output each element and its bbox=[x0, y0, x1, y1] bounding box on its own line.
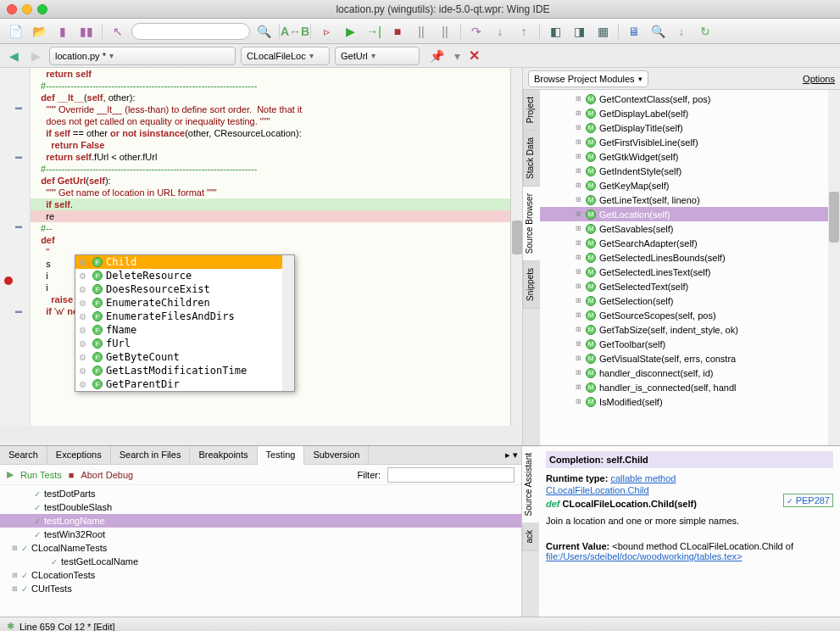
vtab-stack-data[interactable]: Stack Data bbox=[523, 131, 540, 187]
tabs-overflow-icon[interactable]: ▸ ▾ bbox=[502, 446, 521, 464]
autocomplete-item[interactable]: ⚙FGetParentDir bbox=[75, 377, 294, 391]
bp2-icon[interactable]: ◨ bbox=[569, 22, 589, 41]
sync-icon[interactable]: ↻ bbox=[695, 22, 715, 41]
autocomplete-item[interactable]: ⚙FEnumerateChildren bbox=[75, 296, 294, 310]
autocomplete-item[interactable]: ⚙FDoesResourceExist bbox=[75, 282, 294, 296]
autocomplete-scrollbar[interactable] bbox=[282, 255, 294, 391]
tree-item[interactable]: ⊞MGetLineText(self, lineno) bbox=[540, 193, 840, 207]
fold-marker[interactable]: ▬ bbox=[15, 153, 24, 161]
close-window-button[interactable] bbox=[7, 4, 17, 14]
vtab-project[interactable]: Project bbox=[523, 90, 540, 131]
fold-marker[interactable]: ▬ bbox=[15, 103, 24, 112]
run-tests-icon[interactable]: ▶ bbox=[7, 469, 14, 480]
tree-item[interactable]: ⊞MGetSavables(self) bbox=[540, 221, 840, 236]
test-item[interactable]: ⊞✓CLocalNameTests bbox=[0, 541, 521, 555]
autocomplete-item[interactable]: ⚙FEnumerateFilesAndDirs bbox=[75, 310, 294, 323]
tree-item[interactable]: ⊞Mhandler_is_connected(self, handl bbox=[540, 380, 840, 394]
autocomplete-item[interactable]: ⚙FGetLastModificationTime bbox=[75, 364, 294, 377]
pep-badge[interactable]: ✓ PEP287 bbox=[783, 494, 833, 507]
test-tree[interactable]: ✓testDotParts✓testDoubleSlash✓testLongNa… bbox=[0, 485, 521, 617]
test-item[interactable]: ⊞✓CUrlTests bbox=[0, 582, 521, 595]
filter-input[interactable] bbox=[387, 467, 515, 483]
pin-icon[interactable]: 📌 bbox=[430, 49, 444, 63]
pause2-icon[interactable]: || bbox=[435, 22, 455, 41]
vtab-snippets[interactable]: Snippets bbox=[523, 261, 540, 309]
autocomplete-item[interactable]: ⚙FGetByteCount bbox=[75, 350, 294, 364]
step-over-icon[interactable]: ↷ bbox=[466, 22, 487, 41]
file-selector[interactable]: location.py * bbox=[49, 47, 236, 65]
tree-item[interactable]: ⊞MGetDisplayTitle(self) bbox=[540, 120, 840, 135]
tree-item[interactable]: ⊞MGetToolbar(self) bbox=[540, 337, 840, 351]
test-item[interactable]: ✓testLongName bbox=[0, 514, 521, 528]
pause-icon[interactable]: || bbox=[411, 22, 431, 41]
fold-marker[interactable]: ▬ bbox=[15, 307, 24, 316]
step-out-icon[interactable]: ↑ bbox=[514, 22, 534, 41]
test-item[interactable]: ✓testGetLocalName bbox=[0, 555, 521, 568]
autocomplete-item[interactable]: ⚙FfName bbox=[75, 323, 294, 337]
fold-marker[interactable]: ▬ bbox=[15, 222, 24, 231]
tab-testing[interactable]: Testing bbox=[258, 446, 305, 465]
current-value-link[interactable]: file:/Users/sdeibel/doc/woodworking/tabl… bbox=[546, 551, 742, 561]
tree-item[interactable]: ⊞MGetIndentStyle(self) bbox=[540, 164, 840, 178]
abort-debug-button[interactable]: Abort Debug bbox=[81, 470, 133, 480]
tree-item[interactable]: ⊞MGetVisualState(self, errs, constra bbox=[540, 351, 840, 366]
breakpoint-icon[interactable] bbox=[4, 276, 13, 285]
tree-item[interactable]: ⊞MGetSearchAdapter(self) bbox=[540, 236, 840, 250]
search-icon[interactable]: 🔍 bbox=[253, 22, 274, 41]
dropdown-icon[interactable]: ▾ bbox=[454, 49, 460, 63]
tree-item[interactable]: ⊞MGetSelectedText(self) bbox=[540, 279, 840, 293]
editor-gutter[interactable]: ▬ ▬ ▬ ▬ bbox=[0, 68, 31, 426]
tree-item[interactable]: ⊞MGetFirstVisibleLine(self) bbox=[540, 135, 840, 149]
open-folder-icon[interactable]: 📂 bbox=[29, 22, 49, 41]
tree-item[interactable]: ⊞MGetKeyMap(self) bbox=[540, 178, 840, 193]
function-selector[interactable]: GetUrl bbox=[335, 47, 420, 65]
class-selector[interactable]: CLocalFileLoc bbox=[241, 47, 330, 65]
autocomplete-item[interactable]: ⚙FChild bbox=[75, 255, 294, 269]
tree-item[interactable]: ⊞MGetContextClass(self, pos) bbox=[540, 92, 840, 106]
tree-item[interactable]: ⊞MGetLocation(self) bbox=[540, 207, 840, 221]
debug-file-icon[interactable]: ▹ bbox=[316, 22, 337, 41]
options-link[interactable]: Options bbox=[803, 74, 835, 84]
debug-continue-icon[interactable]: →| bbox=[364, 22, 384, 41]
browser-mode-selector[interactable]: Browse Project Modules bbox=[528, 70, 648, 87]
runtime-class-link[interactable]: CLocalFileLocation.Child bbox=[546, 485, 649, 495]
stop-icon[interactable]: ■ bbox=[387, 22, 408, 41]
vtab-source-assistant[interactable]: Source Assistant bbox=[522, 446, 539, 523]
tree-scrollbar[interactable] bbox=[828, 90, 840, 445]
tree-item[interactable]: ⊞MGetSelection(self) bbox=[540, 293, 840, 308]
editor-scrollbar[interactable] bbox=[510, 68, 522, 426]
toolbar-search-input[interactable] bbox=[131, 23, 250, 40]
tab-search[interactable]: Search bbox=[0, 446, 47, 464]
zoom-window-button[interactable] bbox=[37, 4, 47, 14]
close-file-button[interactable]: ✕ bbox=[469, 47, 480, 64]
tab-breakpoints[interactable]: Breakpoints bbox=[190, 446, 257, 464]
bp-icon[interactable]: ◧ bbox=[545, 22, 565, 41]
search2-icon[interactable]: 🔍 bbox=[648, 22, 668, 41]
tree-item[interactable]: ⊞MGetSelectedLinesBounds(self) bbox=[540, 250, 840, 265]
tab-search-in-files[interactable]: Search in Files bbox=[111, 446, 191, 464]
test-item[interactable]: ✓testDotParts bbox=[0, 487, 521, 500]
test-item[interactable]: ✓testDoubleSlash bbox=[0, 500, 521, 514]
runtime-type-link[interactable]: callable method bbox=[610, 473, 676, 483]
step-into-icon[interactable]: ↓ bbox=[490, 22, 510, 41]
abort-icon[interactable]: ■ bbox=[69, 470, 75, 480]
run-icon[interactable]: ▶ bbox=[340, 22, 360, 41]
monitor-icon[interactable]: 🖥 bbox=[624, 22, 644, 41]
vtab-ack[interactable]: ack bbox=[522, 523, 539, 551]
tree-item[interactable]: ⊞MIsModified(self) bbox=[540, 394, 840, 409]
tab-exceptions[interactable]: Exceptions bbox=[47, 446, 111, 464]
tree-item[interactable]: ⊞MGetDisplayLabel(self) bbox=[540, 106, 840, 120]
save-all-icon[interactable]: ▮▮ bbox=[76, 22, 97, 41]
new-file-icon[interactable]: 📄 bbox=[5, 22, 25, 41]
down-arrow-icon[interactable]: ↓ bbox=[671, 22, 692, 41]
bug-icon[interactable]: ✱ bbox=[7, 621, 14, 631]
test-item[interactable]: ⊞✓CLocationTests bbox=[0, 568, 521, 582]
tree-item[interactable]: ⊞MGetGtkWidget(self) bbox=[540, 149, 840, 164]
run-tests-button[interactable]: Run Tests bbox=[20, 470, 62, 480]
autocomplete-item[interactable]: ⚙FDeleteResource bbox=[75, 269, 294, 282]
save-icon[interactable]: ▮ bbox=[53, 22, 73, 41]
test-item[interactable]: ✓testWin32Root bbox=[0, 528, 521, 541]
bp3-icon[interactable]: ▦ bbox=[592, 22, 613, 41]
tab-subversion[interactable]: Subversion bbox=[304, 446, 369, 464]
vtab-source-browser[interactable]: Source Browser bbox=[523, 187, 540, 261]
